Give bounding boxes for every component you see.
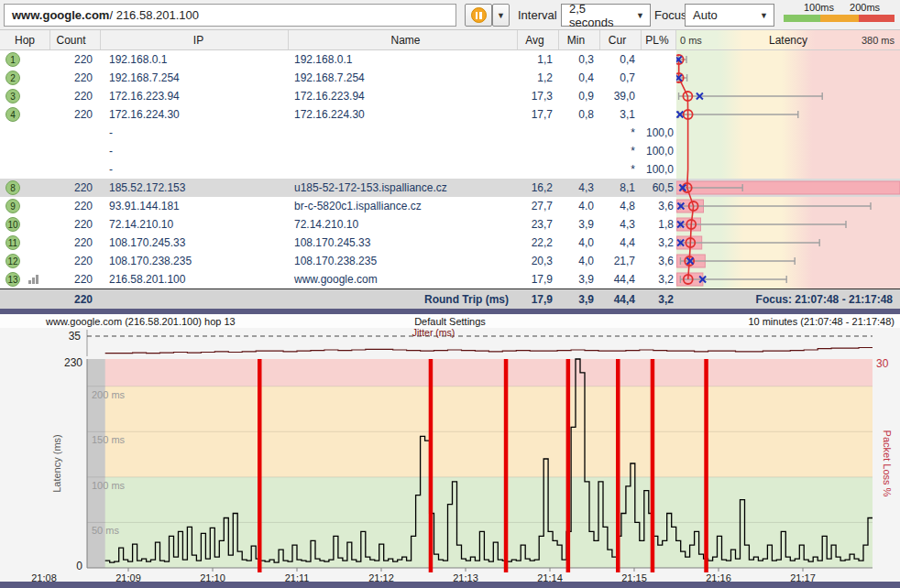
cell-ip: 192.168.0.1 (101, 53, 289, 66)
svg-text:100 ms: 100 ms (92, 480, 126, 491)
cell-name: 192.168.0.1 (289, 53, 518, 66)
focus-label: Focus (654, 8, 686, 22)
cell-cur: 21,7 (600, 255, 642, 267)
hop-badge: 11 (5, 235, 20, 250)
col-header-hop[interactable]: Hop (0, 30, 50, 49)
col-header-count[interactable]: Count (50, 30, 101, 49)
cell-ip: - (101, 145, 289, 158)
jitter-chart[interactable]: 35Jitter (ms) (0, 328, 900, 357)
target-host: www.google.com (12, 8, 109, 22)
col-header-cur[interactable]: Cur (600, 30, 642, 49)
svg-text:35: 35 (69, 330, 82, 343)
table-row[interactable]: 2220192.168.7.254192.168.7.2541,20,40,7 (0, 69, 900, 87)
hop-badge: 10 (5, 217, 20, 232)
cell-avg: 20,3 (518, 255, 559, 267)
cell-avg: 27,7 (518, 200, 559, 212)
cell-min: 4,3 (559, 181, 600, 194)
col-header-pl[interactable]: PL% (642, 30, 676, 49)
cell-hop: 12 (0, 254, 50, 268)
round-trip-row: 220 Round Trip (ms) 17,9 3,9 44,4 3,2 Fo… (0, 289, 900, 309)
legend-gradient-bar (784, 15, 895, 22)
hop-badge: 9 (5, 199, 20, 213)
cell-name: u185-52-172-153.ispalliance.cz (289, 181, 518, 194)
chevron-down-icon: ▼ (760, 11, 768, 20)
cell-cur: 0,7 (600, 71, 642, 84)
col-header-avg[interactable]: Avg (518, 30, 559, 49)
table-row[interactable]: 1220192.168.0.1192.168.0.11,10,30,4 (0, 50, 900, 69)
cell-cur: 4,4 (600, 236, 642, 249)
cell-avg: 23,7 (518, 218, 559, 231)
cell-cur: 4,3 (600, 218, 642, 231)
cell-pl: 100,0 (642, 126, 676, 139)
table-row[interactable]: -*100,0 (0, 160, 900, 179)
cell-cur: * (600, 126, 642, 139)
timeline-charts: 35Jitter (ms) 50 ms100 ms150 ms200 ms230… (0, 328, 900, 582)
latency-timeline-chart[interactable]: 50 ms100 ms150 ms200 ms230030Latency (ms… (0, 357, 900, 582)
cell-pl: 3,6 (642, 255, 676, 267)
legend-200ms-label: 200ms (850, 2, 880, 13)
table-row[interactable]: 13220216.58.201.100www.google.com17,93,9… (0, 270, 900, 289)
cell-pl: 3,6 (642, 200, 676, 212)
svg-text:Jitter (ms): Jitter (ms) (412, 328, 455, 338)
cell-count: 220 (50, 273, 101, 286)
cell-hop: 1 (0, 52, 50, 67)
round-trip-pl: 3,2 (642, 293, 676, 306)
cell-min: 3,9 (559, 218, 600, 231)
svg-text:Packet Loss %: Packet Loss % (882, 430, 893, 497)
target-input[interactable]: www.google.com / 216.58.201.100 (4, 4, 456, 27)
svg-text:30: 30 (876, 357, 889, 370)
cell-ip: 172.16.223.94 (101, 90, 289, 103)
timeline-header: www.google.com (216.58.201.100) hop 13 D… (0, 314, 900, 328)
cell-ip: 72.14.210.10 (101, 218, 289, 231)
hop-badge: 4 (5, 107, 20, 122)
table-row[interactable]: 3220172.16.223.94172.16.223.9417,30,939,… (0, 87, 900, 105)
table-row[interactable]: 11220108.170.245.33108.170.245.3322,24,0… (0, 234, 900, 252)
round-trip-count: 220 (50, 293, 101, 306)
cell-count: 220 (50, 200, 101, 212)
cell-ip: - (101, 163, 289, 176)
graphed-hop-icon (28, 275, 38, 284)
cell-ip: 108.170.238.235 (101, 255, 289, 267)
cell-count: 220 (50, 255, 101, 267)
pause-menu-button[interactable]: ▼ (492, 4, 510, 27)
cell-count: 220 (50, 181, 101, 194)
latency-scale-max: 380 ms (862, 35, 895, 46)
svg-text:Latency (ms): Latency (ms) (51, 434, 62, 493)
cell-hop: 11 (0, 235, 50, 250)
cell-ip: 216.58.201.100 (101, 273, 289, 286)
focus-select[interactable]: Auto▼ (685, 4, 774, 27)
svg-text:21:08: 21:08 (31, 572, 57, 582)
table-row[interactable]: 1022072.14.210.1072.14.210.1023,73,94,31… (0, 215, 900, 234)
col-header-ip[interactable]: IP (101, 30, 289, 49)
cell-name: 172.16.224.30 (289, 108, 518, 121)
col-header-min[interactable]: Min (559, 30, 600, 49)
cell-pl: 100,0 (642, 163, 676, 176)
cell-min: 0,8 (559, 108, 600, 121)
table-row[interactable]: 8220185.52.172.153u185-52-172-153.ispall… (0, 179, 900, 197)
svg-text:230: 230 (64, 357, 82, 369)
svg-text:21:12: 21:12 (368, 572, 394, 582)
cell-cur: * (600, 145, 642, 158)
pause-button[interactable] (465, 4, 492, 27)
pause-icon (471, 7, 487, 23)
table-row[interactable]: 4220172.16.224.30172.16.224.3017,70,83,1 (0, 105, 900, 124)
cell-count: 220 (50, 71, 101, 84)
col-header-name[interactable]: Name (289, 30, 518, 49)
interval-select[interactable]: 2,5 seconds▼ (561, 4, 651, 27)
table-row[interactable]: 12220108.170.238.235108.170.238.23520,34… (0, 252, 900, 270)
cell-min: 0,9 (559, 90, 600, 103)
hop-badge: 3 (5, 89, 20, 103)
cell-ip: 93.91.144.181 (101, 200, 289, 212)
cell-name: 72.14.210.10 (289, 218, 518, 231)
target-ip: / 216.58.201.100 (109, 8, 199, 22)
svg-text:21:09: 21:09 (115, 572, 141, 582)
cell-cur: 8,1 (600, 181, 642, 194)
table-row[interactable]: -*100,0 (0, 142, 900, 160)
cell-name: www.google.com (289, 273, 518, 286)
cell-name: br-c-5820c1.ispalliance.cz (289, 200, 518, 212)
table-row[interactable]: 922093.91.144.181br-c-5820c1.ispalliance… (0, 197, 900, 215)
svg-text:21:14: 21:14 (537, 572, 563, 582)
col-header-latency[interactable]: 0 ms Latency 380 ms (676, 30, 900, 49)
table-row[interactable]: -*100,0 (0, 124, 900, 142)
cell-cur: * (600, 163, 642, 176)
